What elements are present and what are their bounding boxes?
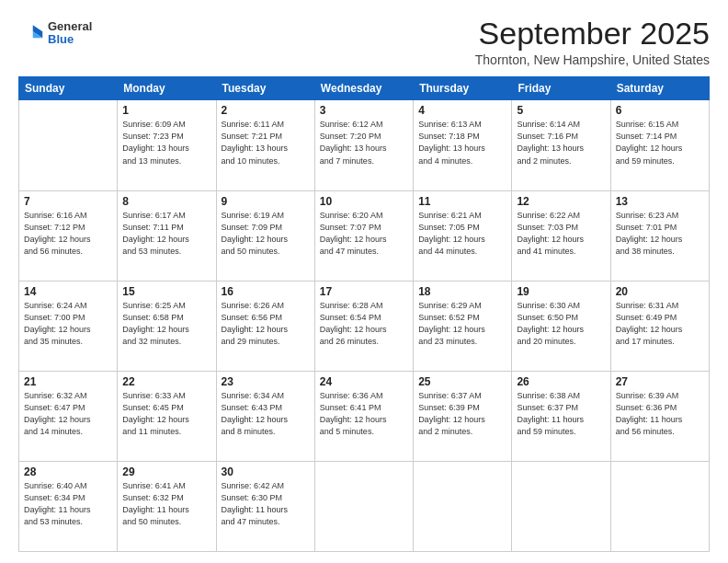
page-header: General Blue September 2025 Thornton, Ne… — [18, 17, 710, 67]
table-row — [314, 461, 413, 551]
table-row: 11Sunrise: 6:21 AM Sunset: 7:05 PM Dayli… — [414, 190, 512, 281]
day-number: 18 — [418, 285, 506, 298]
day-number: 29 — [122, 465, 210, 478]
calendar-week-row: 21Sunrise: 6:32 AM Sunset: 6:47 PM Dayli… — [19, 371, 710, 461]
table-row: 25Sunrise: 6:37 AM Sunset: 6:39 PM Dayli… — [414, 371, 512, 461]
day-number: 11 — [418, 195, 506, 208]
day-number: 23 — [222, 375, 310, 388]
table-row: 5Sunrise: 6:14 AM Sunset: 7:16 PM Daylig… — [512, 100, 610, 190]
logo-text: General Blue — [48, 20, 92, 47]
day-info: Sunrise: 6:14 AM Sunset: 7:16 PM Dayligh… — [517, 119, 605, 167]
day-info: Sunrise: 6:38 AM Sunset: 6:37 PM Dayligh… — [517, 390, 605, 438]
day-number: 1 — [122, 104, 210, 117]
calendar-table: Sunday Monday Tuesday Wednesday Thursday… — [18, 76, 710, 552]
day-number: 12 — [517, 195, 605, 208]
calendar-header-row: Sunday Monday Tuesday Wednesday Thursday… — [19, 77, 710, 100]
col-sunday: Sunday — [19, 77, 118, 100]
day-info: Sunrise: 6:42 AM Sunset: 6:30 PM Dayligh… — [222, 480, 310, 528]
day-info: Sunrise: 6:21 AM Sunset: 7:05 PM Dayligh… — [418, 210, 506, 258]
table-row: 13Sunrise: 6:23 AM Sunset: 7:01 PM Dayli… — [610, 190, 709, 281]
table-row: 22Sunrise: 6:33 AM Sunset: 6:45 PM Dayli… — [118, 371, 216, 461]
table-row: 1Sunrise: 6:09 AM Sunset: 7:23 PM Daylig… — [118, 100, 216, 190]
table-row: 14Sunrise: 6:24 AM Sunset: 7:00 PM Dayli… — [19, 281, 118, 371]
day-info: Sunrise: 6:15 AM Sunset: 7:14 PM Dayligh… — [616, 119, 704, 167]
day-info: Sunrise: 6:34 AM Sunset: 6:43 PM Dayligh… — [222, 390, 310, 438]
calendar-week-row: 1Sunrise: 6:09 AM Sunset: 7:23 PM Daylig… — [19, 100, 710, 190]
table-row: 28Sunrise: 6:40 AM Sunset: 6:34 PM Dayli… — [19, 461, 118, 551]
calendar-week-row: 14Sunrise: 6:24 AM Sunset: 7:00 PM Dayli… — [19, 281, 710, 371]
title-block: September 2025 Thornton, New Hampshire, … — [475, 17, 710, 67]
logo-icon — [18, 20, 44, 46]
logo-general: General — [48, 20, 92, 33]
table-row: 2Sunrise: 6:11 AM Sunset: 7:21 PM Daylig… — [216, 100, 314, 190]
day-info: Sunrise: 6:33 AM Sunset: 6:45 PM Dayligh… — [122, 390, 210, 438]
table-row — [414, 461, 512, 551]
col-monday: Monday — [118, 77, 216, 100]
day-number: 10 — [320, 195, 408, 208]
day-number: 5 — [517, 104, 605, 117]
day-info: Sunrise: 6:29 AM Sunset: 6:52 PM Dayligh… — [418, 300, 506, 348]
day-info: Sunrise: 6:22 AM Sunset: 7:03 PM Dayligh… — [517, 210, 605, 258]
day-info: Sunrise: 6:09 AM Sunset: 7:23 PM Dayligh… — [122, 119, 210, 167]
day-info: Sunrise: 6:25 AM Sunset: 6:58 PM Dayligh… — [122, 300, 210, 348]
col-saturday: Saturday — [610, 77, 709, 100]
col-wednesday: Wednesday — [314, 77, 413, 100]
day-info: Sunrise: 6:36 AM Sunset: 6:41 PM Dayligh… — [320, 390, 408, 438]
table-row: 12Sunrise: 6:22 AM Sunset: 7:03 PM Dayli… — [512, 190, 610, 281]
day-number: 14 — [24, 285, 112, 298]
table-row: 17Sunrise: 6:28 AM Sunset: 6:54 PM Dayli… — [314, 281, 413, 371]
table-row — [512, 461, 610, 551]
table-row: 9Sunrise: 6:19 AM Sunset: 7:09 PM Daylig… — [216, 190, 314, 281]
table-row: 20Sunrise: 6:31 AM Sunset: 6:49 PM Dayli… — [610, 281, 709, 371]
table-row: 16Sunrise: 6:26 AM Sunset: 6:56 PM Dayli… — [216, 281, 314, 371]
day-number: 24 — [320, 375, 408, 388]
day-number: 15 — [122, 285, 210, 298]
table-row: 24Sunrise: 6:36 AM Sunset: 6:41 PM Dayli… — [314, 371, 413, 461]
day-number: 17 — [320, 285, 408, 298]
day-number: 16 — [222, 285, 310, 298]
logo-blue: Blue — [48, 33, 92, 46]
table-row: 21Sunrise: 6:32 AM Sunset: 6:47 PM Dayli… — [19, 371, 118, 461]
table-row: 27Sunrise: 6:39 AM Sunset: 6:36 PM Dayli… — [610, 371, 709, 461]
day-info: Sunrise: 6:16 AM Sunset: 7:12 PM Dayligh… — [24, 210, 112, 258]
day-info: Sunrise: 6:24 AM Sunset: 7:00 PM Dayligh… — [24, 300, 112, 348]
table-row: 7Sunrise: 6:16 AM Sunset: 7:12 PM Daylig… — [19, 190, 118, 281]
col-thursday: Thursday — [414, 77, 512, 100]
table-row: 29Sunrise: 6:41 AM Sunset: 6:32 PM Dayli… — [118, 461, 216, 551]
day-number: 3 — [320, 104, 408, 117]
day-number: 26 — [517, 375, 605, 388]
table-row — [19, 100, 118, 190]
table-row: 18Sunrise: 6:29 AM Sunset: 6:52 PM Dayli… — [414, 281, 512, 371]
table-row: 15Sunrise: 6:25 AM Sunset: 6:58 PM Dayli… — [118, 281, 216, 371]
day-info: Sunrise: 6:26 AM Sunset: 6:56 PM Dayligh… — [222, 300, 310, 348]
day-number: 30 — [222, 465, 310, 478]
table-row: 23Sunrise: 6:34 AM Sunset: 6:43 PM Dayli… — [216, 371, 314, 461]
table-row: 4Sunrise: 6:13 AM Sunset: 7:18 PM Daylig… — [414, 100, 512, 190]
day-info: Sunrise: 6:39 AM Sunset: 6:36 PM Dayligh… — [616, 390, 704, 438]
day-number: 27 — [616, 375, 704, 388]
day-info: Sunrise: 6:17 AM Sunset: 7:11 PM Dayligh… — [122, 210, 210, 258]
day-number: 9 — [222, 195, 310, 208]
logo: General Blue — [18, 20, 92, 47]
table-row: 8Sunrise: 6:17 AM Sunset: 7:11 PM Daylig… — [118, 190, 216, 281]
day-number: 7 — [24, 195, 112, 208]
day-number: 4 — [418, 104, 506, 117]
day-info: Sunrise: 6:11 AM Sunset: 7:21 PM Dayligh… — [222, 119, 310, 167]
table-row: 3Sunrise: 6:12 AM Sunset: 7:20 PM Daylig… — [314, 100, 413, 190]
day-info: Sunrise: 6:37 AM Sunset: 6:39 PM Dayligh… — [418, 390, 506, 438]
day-number: 13 — [616, 195, 704, 208]
col-tuesday: Tuesday — [216, 77, 314, 100]
day-number: 21 — [24, 375, 112, 388]
day-info: Sunrise: 6:19 AM Sunset: 7:09 PM Dayligh… — [222, 210, 310, 258]
day-info: Sunrise: 6:30 AM Sunset: 6:50 PM Dayligh… — [517, 300, 605, 348]
day-info: Sunrise: 6:13 AM Sunset: 7:18 PM Dayligh… — [418, 119, 506, 167]
calendar-week-row: 28Sunrise: 6:40 AM Sunset: 6:34 PM Dayli… — [19, 461, 710, 551]
day-info: Sunrise: 6:23 AM Sunset: 7:01 PM Dayligh… — [616, 210, 704, 258]
calendar-week-row: 7Sunrise: 6:16 AM Sunset: 7:12 PM Daylig… — [19, 190, 710, 281]
table-row: 19Sunrise: 6:30 AM Sunset: 6:50 PM Dayli… — [512, 281, 610, 371]
day-info: Sunrise: 6:41 AM Sunset: 6:32 PM Dayligh… — [122, 480, 210, 528]
table-row: 26Sunrise: 6:38 AM Sunset: 6:37 PM Dayli… — [512, 371, 610, 461]
day-number: 25 — [418, 375, 506, 388]
table-row: 6Sunrise: 6:15 AM Sunset: 7:14 PM Daylig… — [610, 100, 709, 190]
day-info: Sunrise: 6:20 AM Sunset: 7:07 PM Dayligh… — [320, 210, 408, 258]
